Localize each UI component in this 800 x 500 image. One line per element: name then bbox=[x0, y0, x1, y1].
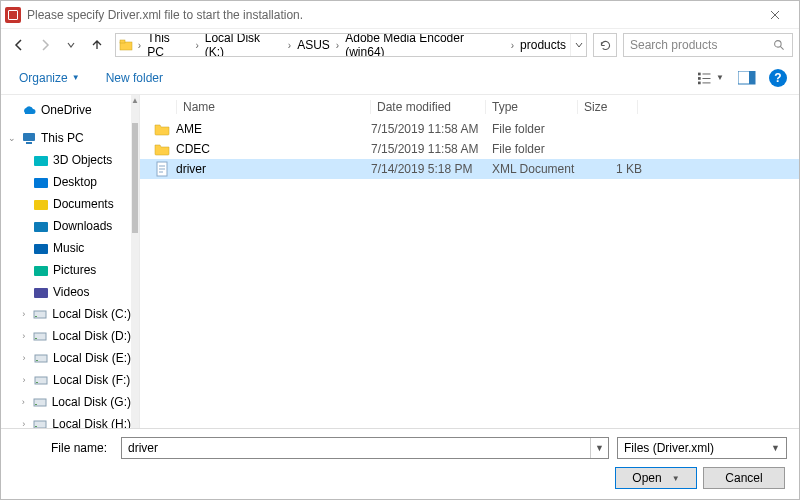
folder-icon bbox=[152, 121, 172, 137]
breadcrumb-segment[interactable]: Local Disk (K:) bbox=[201, 34, 286, 56]
tree-item-label: Local Disk (F:) bbox=[53, 373, 130, 387]
search-icon bbox=[773, 39, 786, 52]
search-input[interactable]: Search products bbox=[623, 33, 793, 57]
chevron-right-icon: › bbox=[509, 40, 516, 51]
forward-button[interactable] bbox=[33, 33, 57, 57]
svg-rect-19 bbox=[34, 288, 48, 298]
expand-icon[interactable]: ⌄ bbox=[7, 133, 17, 143]
breadcrumb-dropdown[interactable] bbox=[570, 34, 586, 56]
breadcrumb-segment[interactable]: ASUS bbox=[293, 34, 334, 56]
expand-icon[interactable]: › bbox=[19, 309, 28, 319]
col-name[interactable]: Name bbox=[176, 100, 371, 114]
filename-history-dropdown[interactable]: ▼ bbox=[590, 438, 608, 458]
preview-pane-button[interactable] bbox=[733, 67, 761, 89]
tree-scrollbar[interactable]: ▲ bbox=[131, 95, 139, 428]
file-name: AME bbox=[172, 122, 371, 136]
disk-icon bbox=[33, 372, 49, 388]
tree-item[interactable]: ⌄This PC bbox=[1, 127, 131, 149]
expand-icon[interactable]: › bbox=[19, 331, 28, 341]
tree-item[interactable]: Documents bbox=[1, 193, 131, 215]
tree-item-label: Local Disk (D:) bbox=[52, 329, 131, 343]
svg-rect-29 bbox=[35, 404, 37, 405]
tree-item[interactable]: Pictures bbox=[1, 259, 131, 281]
expand-icon[interactable]: › bbox=[19, 353, 29, 363]
tree-item[interactable]: Videos bbox=[1, 281, 131, 303]
tree-item[interactable]: ›Local Disk (D:) bbox=[1, 325, 131, 347]
tree-item[interactable]: Desktop bbox=[1, 171, 131, 193]
expand-icon[interactable]: › bbox=[19, 375, 29, 385]
doc-icon bbox=[33, 196, 49, 212]
tree-item[interactable]: ›Local Disk (E:) bbox=[1, 347, 131, 369]
view-details-icon bbox=[698, 71, 714, 85]
organize-menu[interactable]: Organize▼ bbox=[13, 67, 86, 89]
expand-icon[interactable]: › bbox=[19, 397, 28, 407]
filename-input-field[interactable] bbox=[122, 441, 590, 455]
view-mode-button[interactable]: ▼ bbox=[697, 67, 725, 89]
chevron-right-icon: › bbox=[334, 40, 341, 51]
tree-item[interactable]: ›Local Disk (F:) bbox=[1, 369, 131, 391]
svg-rect-23 bbox=[35, 338, 37, 339]
titlebar: Please specify Driver.xml file to start … bbox=[1, 1, 799, 29]
tree-item[interactable]: OneDrive bbox=[1, 99, 131, 121]
recent-dropdown[interactable] bbox=[59, 33, 83, 57]
breadcrumb-segment[interactable]: This PC bbox=[143, 34, 193, 56]
breadcrumb-segment[interactable]: Adobe Media Encoder (win64) bbox=[341, 34, 509, 56]
column-headers[interactable]: Name Date modified Type Size bbox=[140, 95, 799, 119]
up-button[interactable] bbox=[85, 33, 109, 57]
col-type[interactable]: Type bbox=[486, 100, 578, 114]
tree-item-label: This PC bbox=[41, 131, 84, 145]
tree-item[interactable]: 3D Objects bbox=[1, 149, 131, 171]
breadcrumb[interactable]: › This PC›Local Disk (K:)›ASUS›Adobe Med… bbox=[115, 33, 587, 57]
svg-rect-31 bbox=[35, 426, 37, 427]
help-button[interactable]: ? bbox=[769, 69, 787, 87]
dl-icon bbox=[33, 218, 49, 234]
tree-item-label: Local Disk (E:) bbox=[53, 351, 131, 365]
file-date: 7/15/2019 11:58 AM bbox=[371, 142, 492, 156]
chevron-down-icon: ▼ bbox=[72, 73, 80, 82]
app-icon bbox=[5, 7, 21, 23]
filename-input[interactable]: ▼ bbox=[121, 437, 609, 459]
file-name: CDEC bbox=[172, 142, 371, 156]
tree-item-label: Music bbox=[53, 241, 84, 255]
close-button[interactable] bbox=[755, 1, 795, 29]
tree-item-label: Desktop bbox=[53, 175, 97, 189]
window-title: Please specify Driver.xml file to start … bbox=[27, 8, 755, 22]
svg-rect-8 bbox=[702, 82, 710, 83]
vid-icon bbox=[33, 284, 49, 300]
tree-item[interactable]: ›Local Disk (C:) bbox=[1, 303, 131, 325]
file-row[interactable]: driver7/14/2019 5:18 PMXML Document1 KB bbox=[140, 159, 799, 179]
nav-tree[interactable]: OneDrive⌄This PC3D ObjectsDesktopDocumen… bbox=[1, 95, 131, 428]
svg-rect-17 bbox=[34, 244, 48, 254]
svg-rect-16 bbox=[34, 222, 48, 232]
nav-toolbar: › This PC›Local Disk (K:)›ASUS›Adobe Med… bbox=[1, 29, 799, 61]
svg-point-2 bbox=[775, 40, 782, 47]
svg-rect-14 bbox=[34, 178, 48, 188]
tree-item-label: Local Disk (H:) bbox=[52, 417, 131, 428]
new-folder-button[interactable]: New folder bbox=[100, 67, 169, 89]
tree-item[interactable]: Downloads bbox=[1, 215, 131, 237]
breadcrumb-segment[interactable]: products bbox=[516, 34, 570, 56]
open-button[interactable]: Open▼ bbox=[615, 467, 697, 489]
tree-item[interactable]: Music bbox=[1, 237, 131, 259]
col-date[interactable]: Date modified bbox=[371, 100, 486, 114]
back-button[interactable] bbox=[7, 33, 31, 57]
tree-item-label: Downloads bbox=[53, 219, 112, 233]
file-row[interactable]: CDEC7/15/2019 11:58 AMFile folder bbox=[140, 139, 799, 159]
expand-icon[interactable]: › bbox=[19, 419, 28, 428]
search-placeholder: Search products bbox=[630, 38, 717, 52]
col-size[interactable]: Size bbox=[578, 100, 638, 114]
file-row[interactable]: AME7/15/2019 11:58 AMFile folder bbox=[140, 119, 799, 139]
pic-icon bbox=[33, 262, 49, 278]
file-type-filter[interactable]: Files (Driver.xml) ▼ bbox=[617, 437, 787, 459]
cancel-button[interactable]: Cancel bbox=[703, 467, 785, 489]
tree-item[interactable]: ›Local Disk (G:) bbox=[1, 391, 131, 413]
tree-item-label: Local Disk (C:) bbox=[52, 307, 131, 321]
refresh-icon bbox=[599, 39, 612, 52]
tree-item[interactable]: ›Local Disk (H:) bbox=[1, 413, 131, 428]
svg-rect-1 bbox=[120, 40, 125, 43]
xml-icon bbox=[152, 161, 172, 177]
refresh-button[interactable] bbox=[593, 33, 617, 57]
preview-pane-icon bbox=[738, 71, 756, 85]
3d-icon bbox=[33, 152, 49, 168]
file-list[interactable]: AME7/15/2019 11:58 AMFile folderCDEC7/15… bbox=[140, 119, 799, 428]
